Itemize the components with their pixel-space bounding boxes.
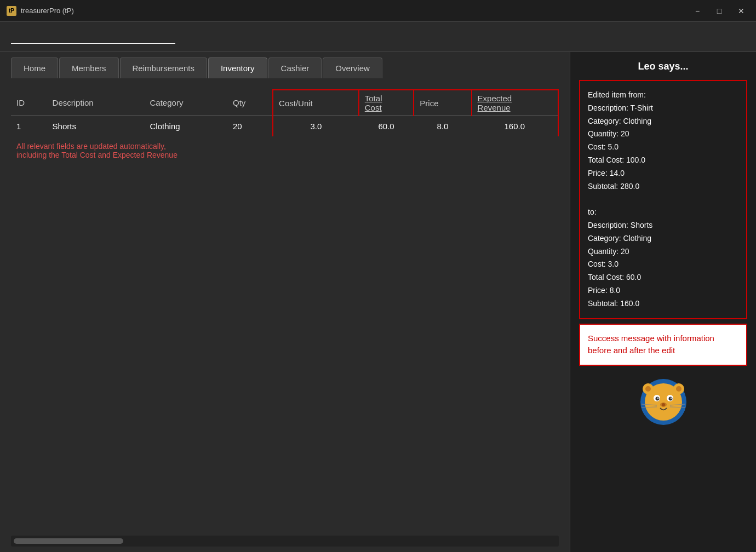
minimize-button[interactable]: −: [689, 4, 706, 18]
close-button[interactable]: ✕: [733, 4, 749, 18]
success-box: Success message with information before …: [579, 324, 747, 366]
svg-point-13: [662, 403, 665, 406]
to-price: Price: 8.0: [588, 284, 738, 297]
red-note: All relevant fields are updated automati…: [11, 142, 285, 159]
from-price: Price: 14.0: [588, 167, 738, 180]
search-wrapper: [11, 30, 175, 44]
col-header-expected-revenue: ExpectedRevenue: [472, 90, 558, 116]
to-subtotal: Subtotal: 160.0: [588, 297, 738, 311]
inventory-table: ID Description Category Qty Cost/Unit To…: [11, 89, 559, 136]
title-bar: tP treasurerPro (tP) − □ ✕: [0, 0, 756, 22]
lion-mascot: [636, 373, 691, 428]
lion-area: [579, 373, 747, 543]
info-box: Edited item from: Description: T-Shirt C…: [579, 80, 747, 319]
col-header-description: Description: [47, 90, 145, 116]
search-input[interactable]: [11, 30, 175, 43]
tab-cashier[interactable]: Cashier: [268, 58, 322, 78]
svg-point-4: [645, 386, 651, 392]
tab-members[interactable]: Members: [59, 58, 119, 78]
to-category: Category: Clothing: [588, 232, 738, 245]
to-quantity: Quantity: 20: [588, 245, 738, 258]
cell-total-cost: 60.0: [359, 116, 414, 137]
svg-point-5: [676, 386, 681, 392]
from-category: Category: Clothing: [588, 115, 738, 128]
to-label: to:: [588, 206, 738, 219]
cell-qty: 20: [227, 116, 273, 137]
search-bar-area: [0, 22, 756, 52]
from-total-cost: Total Cost: 100.0: [588, 154, 738, 167]
svg-point-10: [657, 397, 658, 398]
col-header-total-cost: TotalCost: [359, 90, 414, 116]
scrollbar-thumb[interactable]: [14, 538, 123, 544]
svg-point-11: [670, 397, 671, 398]
svg-point-9: [668, 396, 672, 400]
table-area: ID Description Category Qty Cost/Unit To…: [0, 78, 570, 536]
leo-says-title: Leo says...: [579, 61, 747, 72]
main-layout: Home Members Reimbursements Inventory Ca…: [0, 52, 756, 552]
from-cost: Cost: 5.0: [588, 141, 738, 154]
cell-category: Clothing: [145, 116, 227, 137]
cell-price: 8.0: [414, 116, 471, 137]
to-total-cost: Total Cost: 60.0: [588, 271, 738, 284]
from-subtotal: Subtotal: 280.0: [588, 180, 738, 193]
tab-home[interactable]: Home: [11, 58, 58, 78]
svg-point-8: [655, 396, 659, 400]
tabs: Home Members Reimbursements Inventory Ca…: [0, 52, 570, 78]
col-header-qty: Qty: [227, 90, 273, 116]
horizontal-scrollbar[interactable]: [11, 536, 559, 547]
title-bar-controls: − □ ✕: [689, 4, 749, 18]
cell-description: Shorts: [47, 116, 145, 137]
to-description: Description: Shorts: [588, 219, 738, 232]
success-message: Success message with information before …: [588, 332, 738, 357]
edited-from-label: Edited item from:: [588, 89, 738, 102]
table-row: 1 Shorts Clothing 20 3.0 60.0 8.0 160.0: [11, 116, 558, 137]
tab-overview[interactable]: Overview: [323, 58, 382, 78]
right-panel: Leo says... Edited item from: Descriptio…: [570, 52, 756, 552]
app-icon: tP: [7, 6, 16, 16]
tab-reimbursements[interactable]: Reimbursements: [120, 58, 207, 78]
cell-expected-revenue: 160.0: [472, 116, 558, 137]
from-description: Description: T-Shirt: [588, 102, 738, 115]
from-quantity: Quantity: 20: [588, 128, 738, 141]
col-header-price: Price: [414, 90, 471, 116]
col-header-id: ID: [11, 90, 47, 116]
left-content: Home Members Reimbursements Inventory Ca…: [0, 52, 570, 552]
maximize-button[interactable]: □: [711, 4, 728, 18]
cell-id: 1: [11, 116, 47, 137]
cell-cost-unit: 3.0: [273, 116, 359, 137]
tab-inventory[interactable]: Inventory: [208, 58, 267, 78]
app-title: treasurerPro (tP): [21, 7, 74, 15]
title-bar-left: tP treasurerPro (tP): [7, 6, 74, 16]
col-header-category: Category: [145, 90, 227, 116]
col-header-cost-unit: Cost/Unit: [273, 90, 359, 116]
to-cost: Cost: 3.0: [588, 258, 738, 271]
